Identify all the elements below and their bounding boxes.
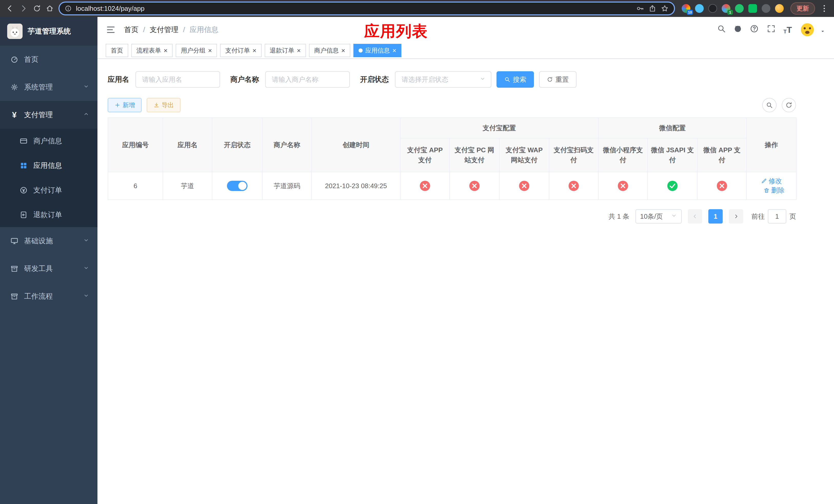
key-icon[interactable]	[636, 4, 644, 13]
merchant-name-input[interactable]	[265, 71, 350, 88]
extension-icon[interactable]: 1	[722, 4, 730, 13]
search-button[interactable]: 搜索	[497, 71, 534, 88]
logo-avatar	[7, 24, 23, 39]
column-header-wx-app: 微信 APP 支付	[697, 138, 747, 172]
status-label: 开启状态	[360, 75, 389, 84]
tab-user-group[interactable]: 用户分组×	[176, 44, 217, 57]
pay-order-icon	[20, 186, 28, 194]
tab-home[interactable]: 首页	[106, 44, 128, 57]
gear-icon	[10, 83, 19, 91]
delete-link-label: 删除	[771, 186, 785, 195]
extension-icon[interactable]	[735, 4, 744, 13]
browser-forward-button[interactable]	[19, 4, 28, 13]
browser-update-button[interactable]: 更新	[790, 2, 815, 15]
tab-close-icon[interactable]: ×	[208, 47, 212, 54]
tab-label: 退款订单	[270, 46, 294, 54]
collapse-sidebar-button[interactable]	[106, 25, 116, 35]
extension-icon[interactable]	[708, 4, 717, 13]
tab-label: 用户分组	[181, 46, 205, 54]
breadcrumb-item-payment[interactable]: 支付管理	[150, 25, 178, 35]
extension-icon[interactable]	[762, 4, 770, 13]
site-info-icon[interactable]	[65, 5, 72, 12]
sidebar-item-infra[interactable]: 基础设施	[0, 227, 97, 255]
tab-process-form[interactable]: 流程表单×	[131, 44, 173, 57]
tab-close-icon[interactable]: ×	[341, 47, 345, 54]
bookmark-star-icon[interactable]	[661, 4, 669, 13]
pagination: 共 1 条 10条/页 1 前往 页	[108, 209, 796, 224]
filter-form: 应用名 商户名称 开启状态 请选择开启状态 搜索 重置	[108, 71, 796, 88]
chevron-down-icon	[671, 212, 677, 221]
github-icon[interactable]	[734, 25, 742, 35]
sidebar-item-app-info[interactable]: 应用信息	[0, 153, 97, 178]
column-header-status: 开启状态	[212, 118, 262, 172]
chevron-down-icon	[83, 83, 89, 91]
tab-label: 流程表单	[136, 46, 161, 54]
help-icon[interactable]	[750, 24, 759, 36]
page-size-select[interactable]: 10条/页	[636, 209, 682, 224]
status-toggle[interactable]	[227, 181, 247, 191]
column-header-alipay-qr: 支付宝扫码支付	[549, 138, 598, 172]
user-avatar[interactable]	[799, 22, 815, 38]
goto-page-input[interactable]	[768, 209, 786, 224]
edit-link[interactable]: 修改	[761, 177, 782, 186]
table-toolbar: 新增 导出	[108, 98, 796, 112]
sidebar-item-label: 工作流程	[24, 292, 53, 301]
tab-refund-order[interactable]: 退款订单×	[265, 44, 306, 57]
page-number-button[interactable]: 1	[708, 209, 723, 224]
sidebar-item-home[interactable]: 首页	[0, 46, 97, 73]
chevron-up-icon	[83, 111, 89, 119]
add-button[interactable]: 新增	[108, 98, 141, 112]
extension-icon[interactable]	[695, 4, 704, 13]
extension-icon[interactable]	[775, 4, 784, 13]
column-header-actions: 操作	[747, 118, 796, 172]
sidebar-item-label: 商户信息	[33, 136, 62, 146]
app-table: 应用编号 应用名 开启状态 商户名称 创建时间 支付宝配置 微信配置 操作 支付…	[108, 117, 796, 200]
toggle-search-button[interactable]	[762, 98, 776, 112]
sidebar-item-devtools[interactable]: 研发工具	[0, 255, 97, 282]
extension-icon[interactable]: 10	[682, 4, 690, 13]
export-button[interactable]: 导出	[147, 98, 180, 112]
browser-back-button[interactable]	[5, 4, 14, 13]
fullscreen-icon[interactable]	[767, 24, 776, 36]
tab-close-icon[interactable]: ×	[297, 47, 301, 54]
app-name-input[interactable]	[135, 71, 220, 88]
delete-link[interactable]: 删除	[764, 186, 785, 195]
tab-close-icon[interactable]: ×	[392, 47, 396, 54]
breadcrumb: 首页 / 支付管理 / 应用信息	[124, 25, 219, 35]
sidebar-item-payment[interactable]: ¥ 支付管理	[0, 101, 97, 129]
tab-close-icon[interactable]: ×	[163, 47, 168, 54]
status-select[interactable]: 请选择开启状态	[395, 71, 491, 88]
browser-menu-icon[interactable]	[820, 4, 829, 13]
tab-label: 应用信息	[365, 46, 390, 54]
sidebar-item-pay-order[interactable]: 支付订单	[0, 178, 97, 203]
extension-badge: 1	[727, 10, 733, 15]
font-size-icon[interactable]: TT	[784, 25, 792, 34]
share-icon[interactable]	[648, 4, 657, 13]
search-icon[interactable]	[717, 24, 726, 36]
tab-app-info[interactable]: 应用信息×	[353, 44, 401, 57]
refresh-table-button[interactable]	[782, 98, 796, 112]
column-header-merchant: 商户名称	[262, 118, 312, 172]
tab-merchant-info[interactable]: 商户信息×	[309, 44, 350, 57]
sidebar-logo: 芋道管理系统	[0, 17, 97, 46]
address-bar[interactable]: localhost:1024/pay/app	[59, 2, 675, 15]
extension-icon[interactable]	[748, 4, 757, 13]
prev-page-button[interactable]	[688, 209, 702, 224]
tab-close-icon[interactable]: ×	[253, 47, 256, 54]
sidebar-item-system[interactable]: 系统管理	[0, 73, 97, 101]
breadcrumb-item-home[interactable]: 首页	[124, 25, 138, 35]
next-page-button[interactable]	[729, 209, 743, 224]
sidebar-item-merchant-info[interactable]: 商户信息	[0, 129, 97, 153]
grid-icon	[20, 161, 28, 170]
breadcrumb-separator: /	[143, 26, 145, 34]
goto-label: 前往	[751, 212, 765, 221]
tab-pay-order[interactable]: 支付订单×	[220, 44, 261, 57]
browser-reload-button[interactable]	[33, 4, 41, 13]
sidebar-item-refund-order[interactable]: 退款订单	[0, 203, 97, 227]
browser-home-button[interactable]	[46, 4, 54, 13]
export-button-label: 导出	[161, 101, 174, 109]
column-header-wx-mini: 微信小程序支付	[598, 138, 648, 172]
reset-button[interactable]: 重置	[539, 71, 576, 88]
merchant-name-label: 商户名称	[230, 75, 259, 84]
sidebar-item-workflow[interactable]: 工作流程	[0, 282, 97, 310]
